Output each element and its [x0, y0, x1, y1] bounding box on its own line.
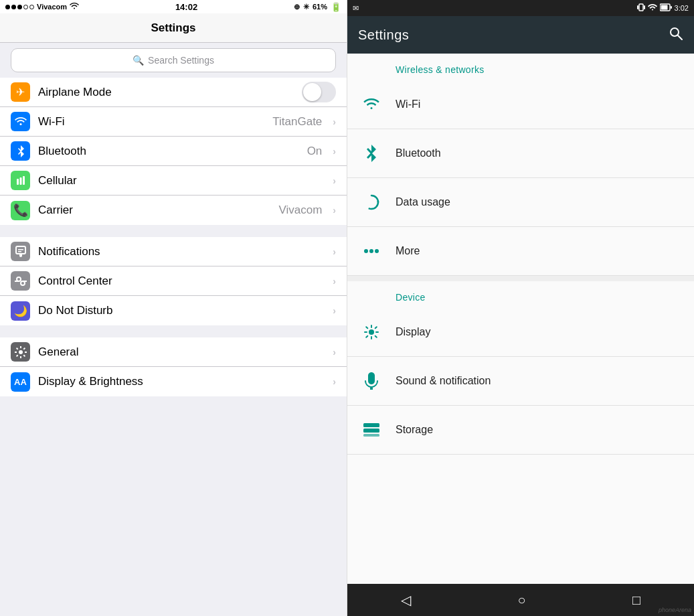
android-nav-bar: ◁ ○ □ phoneArena [347, 584, 694, 616]
android-section-divider [347, 276, 694, 281]
android-vibrate-icon [637, 3, 645, 13]
svg-rect-12 [637, 5, 638, 9]
bluetooth-chevron: › [333, 146, 336, 157]
ios-row-bluetooth[interactable]: Bluetooth On › [0, 137, 347, 166]
carrier-label: Carrier [38, 204, 270, 217]
bluetooth-value: On [307, 145, 323, 158]
ios-row-wifi[interactable]: Wi-Fi TitanGate › [0, 107, 347, 137]
ios-row-general[interactable]: General › [0, 337, 347, 367]
svg-rect-9 [23, 281, 27, 282]
control-center-icon [11, 271, 30, 291]
signal-dots [5, 5, 34, 9]
toggle-thumb [303, 83, 321, 101]
carrier-icon: 📞 [11, 201, 30, 220]
android-row-wifi[interactable]: Wi-Fi [347, 80, 694, 129]
android-row-data-usage[interactable]: Data usage [347, 178, 694, 227]
android-section-device: Device Display [347, 281, 694, 455]
ios-search-input[interactable]: 🔍 Search Settings [11, 48, 336, 72]
cellular-label: Cellular [38, 174, 325, 187]
ios-row-control-center[interactable]: Control Center › [0, 266, 347, 296]
android-display-icon [358, 319, 385, 345]
wifi-value: TitanGate [272, 115, 322, 129]
svg-point-22 [375, 249, 379, 253]
android-bluetooth-title: Bluetooth [396, 147, 683, 159]
cellular-icon [11, 171, 30, 190]
svg-rect-2 [23, 176, 25, 185]
android-bluetooth-icon [358, 140, 385, 167]
svg-rect-26 [363, 434, 379, 437]
android-settings-title: Settings [358, 27, 409, 43]
signal-dot-2 [11, 5, 16, 9]
svg-rect-15 [671, 6, 672, 9]
ios-row-display-brightness[interactable]: AA Display & Brightness › [0, 367, 347, 396]
android-notification-icons: ✉ [353, 4, 359, 13]
android-row-sound-notification[interactable]: Sound & notification [347, 357, 694, 406]
wireless-networks-header: Wireless & networks [347, 54, 694, 80]
ios-row-notifications[interactable]: Notifications › [0, 237, 347, 266]
android-wifi-text: Wi-Fi [396, 98, 683, 110]
android-recents-button[interactable]: □ [619, 587, 654, 613]
signal-dot-4 [23, 5, 28, 9]
android-wifi-title: Wi-Fi [396, 98, 683, 110]
svg-rect-1 [19, 177, 21, 185]
android-panel: ✉ [347, 0, 694, 616]
svg-rect-13 [644, 5, 645, 9]
android-home-button[interactable]: ○ [504, 587, 539, 613]
ios-panel: Vivacom 14:02 ⊕ ✳ 61% 🔋 Settings 🔍 Searc… [0, 0, 347, 616]
display-brightness-label: Display & Brightness [38, 375, 325, 388]
svg-rect-25 [363, 429, 379, 433]
android-data-usage-title: Data usage [396, 196, 683, 208]
cellular-chevron: › [333, 175, 336, 186]
wifi-settings-icon [11, 112, 30, 131]
android-toolbar: Settings [347, 16, 694, 54]
android-display-text: Display [396, 326, 683, 338]
svg-point-20 [364, 249, 368, 253]
android-time: 3:02 [675, 4, 689, 12]
android-row-storage[interactable]: Storage [347, 406, 694, 455]
android-row-bluetooth[interactable]: Bluetooth [347, 129, 694, 178]
android-status-bar: ✉ [347, 0, 694, 16]
android-back-button[interactable]: ◁ [387, 587, 424, 613]
svg-rect-24 [363, 423, 379, 427]
carrier-chevron: › [333, 205, 336, 216]
ios-section-gap-1 [0, 225, 347, 237]
control-center-label: Control Center [38, 275, 325, 288]
svg-rect-0 [17, 179, 19, 185]
wifi-icon [70, 3, 79, 11]
svg-point-10 [19, 350, 23, 354]
svg-rect-16 [661, 5, 667, 10]
signal-dot-3 [17, 5, 22, 9]
notifications-label: Notifications [38, 245, 325, 258]
ios-row-carrier[interactable]: 📞 Carrier Vivacom › [0, 196, 347, 225]
svg-point-21 [369, 249, 373, 253]
ios-title-bar: Settings [0, 13, 347, 43]
ios-row-cellular[interactable]: Cellular › [0, 166, 347, 196]
bluetooth-settings-icon [11, 141, 30, 161]
ios-section-3: General › AA Display & Brightness › [0, 337, 347, 396]
android-status-right: 3:02 [637, 3, 689, 13]
ios-row-airplane-mode[interactable]: ✈ Airplane Mode [0, 78, 347, 107]
android-bluetooth-text: Bluetooth [396, 147, 683, 159]
android-display-title: Display [396, 326, 683, 338]
search-icon: 🔍 [133, 55, 144, 66]
android-row-more[interactable]: More [347, 227, 694, 276]
android-storage-icon [358, 416, 385, 443]
android-section-wireless: Wireless & networks Wi-Fi [347, 54, 694, 276]
android-wifi-icon [358, 91, 385, 118]
svg-point-17 [671, 28, 679, 36]
android-storage-text: Storage [396, 424, 683, 436]
ios-section-gap-2 [0, 325, 347, 337]
airplane-mode-toggle[interactable] [302, 82, 336, 102]
android-search-button[interactable] [669, 26, 683, 44]
wifi-label: Wi-Fi [38, 115, 264, 129]
ios-row-do-not-disturb[interactable]: 🌙 Do Not Disturb › [0, 296, 347, 325]
android-data-usage-text: Data usage [396, 196, 683, 208]
ios-battery-percent: 61% [313, 3, 327, 11]
android-content: Wireless & networks Wi-Fi [347, 54, 694, 584]
android-battery-icon [660, 3, 672, 13]
ios-carrier: Vivacom [37, 3, 67, 11]
android-sound-text: Sound & notification [396, 375, 683, 387]
android-row-display[interactable]: Display [347, 308, 694, 357]
do-not-disturb-chevron: › [333, 305, 336, 316]
svg-rect-11 [639, 4, 643, 11]
